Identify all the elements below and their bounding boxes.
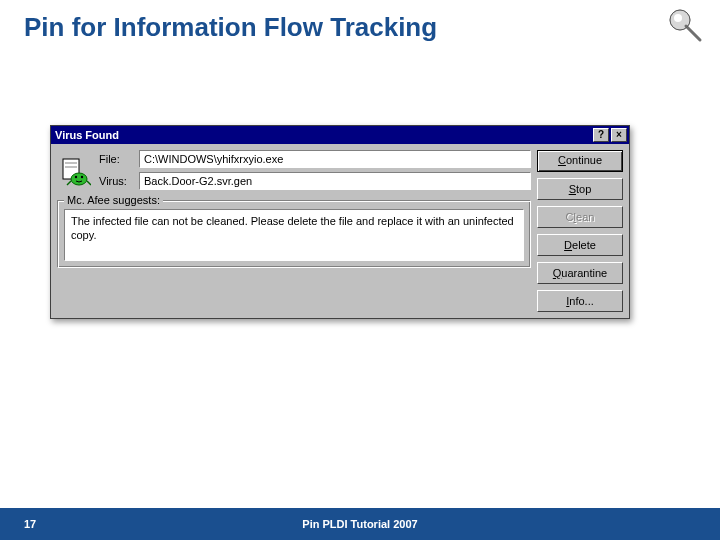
svg-line-10 xyxy=(67,181,71,185)
slide-footer: 17 Pin PLDI Tutorial 2007 xyxy=(0,508,720,540)
continue-button[interactable]: Continue xyxy=(537,150,623,172)
svg-point-8 xyxy=(75,176,77,178)
svg-point-1 xyxy=(674,14,682,22)
virus-label: Virus: xyxy=(99,175,139,187)
svg-point-7 xyxy=(71,173,87,185)
pushpin-icon xyxy=(666,6,706,46)
delete-button[interactable]: Delete xyxy=(537,234,623,256)
virus-name-field: Back.Door-G2.svr.gen xyxy=(139,172,531,190)
page-number: 17 xyxy=(0,518,60,530)
svg-point-9 xyxy=(81,176,83,178)
suggestion-text: The infected file can not be cleaned. Pl… xyxy=(64,209,524,261)
quarantine-button[interactable]: Quarantine xyxy=(537,262,623,284)
dialog-titlebar[interactable]: Virus Found ? × xyxy=(51,126,629,144)
close-button[interactable]: × xyxy=(611,128,627,142)
help-button[interactable]: ? xyxy=(593,128,609,142)
info-button[interactable]: Info... xyxy=(537,290,623,312)
clean-button[interactable]: Clean xyxy=(537,206,623,228)
slide-title: Pin for Information Flow Tracking xyxy=(0,0,720,43)
suggestion-group: Mc. Afee suggests: The infected file can… xyxy=(57,200,531,268)
virus-found-dialog: Virus Found ? × xyxy=(50,125,630,319)
file-label: File: xyxy=(99,153,139,165)
svg-rect-5 xyxy=(65,162,77,164)
virus-icon xyxy=(57,155,91,189)
file-path-field: C:\WINDOWS\yhifxrxyio.exe xyxy=(139,150,531,168)
footer-text: Pin PLDI Tutorial 2007 xyxy=(60,518,720,530)
svg-line-2 xyxy=(686,26,700,40)
dialog-title: Virus Found xyxy=(55,129,591,141)
svg-line-11 xyxy=(87,181,91,185)
svg-rect-6 xyxy=(65,166,77,168)
suggestion-legend: Mc. Afee suggests: xyxy=(64,194,163,206)
stop-button[interactable]: Stop xyxy=(537,178,623,200)
